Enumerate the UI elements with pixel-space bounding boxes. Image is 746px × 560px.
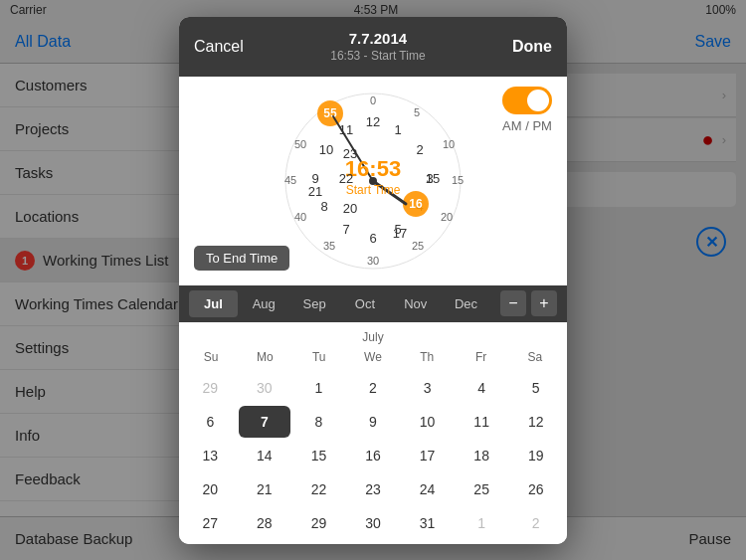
day-name-sa: Sa xyxy=(508,347,562,367)
cal-day[interactable]: 14 xyxy=(239,440,291,471)
cal-day[interactable]: 3 xyxy=(401,372,454,404)
svg-text:20: 20 xyxy=(343,201,357,216)
cal-day[interactable]: 12 xyxy=(509,406,562,438)
svg-text:21: 21 xyxy=(308,184,322,199)
svg-text:5: 5 xyxy=(414,106,420,118)
cal-day[interactable]: 26 xyxy=(509,473,562,505)
day-name-su: Su xyxy=(184,347,238,367)
month-tab-nov[interactable]: Nov xyxy=(391,290,440,317)
svg-text:20: 20 xyxy=(441,211,453,223)
cal-day[interactable]: 21 xyxy=(239,473,291,505)
cal-day[interactable]: 24 xyxy=(401,473,454,505)
calendar: July Su Mo Tu We Th Fr Sa 29 30 1 2 3 4 … xyxy=(179,322,567,544)
svg-text:6: 6 xyxy=(369,231,376,246)
cal-day[interactable]: 30 xyxy=(239,372,291,404)
calendar-month-label: July xyxy=(184,327,562,347)
svg-text:23: 23 xyxy=(343,146,357,161)
month-tab-oct[interactable]: Oct xyxy=(340,290,389,317)
cal-day[interactable]: 13 xyxy=(184,440,237,471)
day-name-tu: Tu xyxy=(292,347,346,367)
cal-day[interactable]: 2 xyxy=(347,372,400,404)
cal-day[interactable]: 11 xyxy=(456,406,508,438)
ampm-switch[interactable] xyxy=(502,87,552,114)
svg-text:45: 45 xyxy=(284,174,296,186)
month-tab-jul[interactable]: Jul xyxy=(189,290,238,317)
month-tab-dec[interactable]: Dec xyxy=(442,290,490,317)
cal-day[interactable]: 27 xyxy=(184,507,237,539)
cal-day[interactable]: 16 xyxy=(347,440,400,471)
svg-text:10: 10 xyxy=(319,142,333,157)
cal-day[interactable]: 5 xyxy=(509,372,562,404)
cal-day[interactable]: 28 xyxy=(239,507,291,539)
cal-day[interactable]: 8 xyxy=(292,406,345,438)
to-end-time-button[interactable]: To End Time xyxy=(194,246,289,271)
cal-day[interactable]: 29 xyxy=(184,372,237,404)
month-tab-aug[interactable]: Aug xyxy=(240,290,288,317)
svg-text:12: 12 xyxy=(366,114,380,129)
day-name-fr: Fr xyxy=(454,347,507,367)
svg-text:17: 17 xyxy=(393,226,407,241)
svg-text:35: 35 xyxy=(323,240,335,252)
cal-day[interactable]: 15 xyxy=(292,440,345,471)
cal-day[interactable]: 20 xyxy=(184,473,237,505)
svg-text:50: 50 xyxy=(294,138,306,150)
svg-text:Start Time: Start Time xyxy=(346,183,401,197)
cal-day[interactable]: 2 xyxy=(509,507,562,539)
modal-header: Cancel 7.7.2014 16:53 - Start Time Done xyxy=(179,17,567,77)
svg-text:22: 22 xyxy=(339,171,353,186)
cal-day[interactable]: 1 xyxy=(456,507,508,539)
day-name-mo: Mo xyxy=(238,347,291,367)
cal-day[interactable]: 17 xyxy=(401,440,454,471)
clock-area[interactable]: AM / PM 0 5 10 15 20 xyxy=(179,77,567,285)
cal-day[interactable]: 19 xyxy=(509,440,562,471)
day-name-we: We xyxy=(346,347,400,367)
month-tabs: Jul Aug Sep Oct Nov Dec − + xyxy=(179,285,567,322)
svg-text:2: 2 xyxy=(416,142,423,157)
cal-day[interactable]: 9 xyxy=(347,406,400,438)
month-next-button[interactable]: + xyxy=(531,290,557,316)
ampm-label: AM / PM xyxy=(502,118,552,133)
day-name-th: Th xyxy=(400,347,454,367)
svg-text:10: 10 xyxy=(443,138,455,150)
ampm-toggle: AM / PM xyxy=(502,87,552,133)
cal-day[interactable]: 18 xyxy=(456,440,508,471)
month-tab-sep[interactable]: Sep xyxy=(290,290,339,317)
cal-day[interactable]: 10 xyxy=(401,406,454,438)
modal-cancel-button[interactable]: Cancel xyxy=(194,38,244,56)
month-prev-button[interactable]: − xyxy=(500,290,526,316)
cal-day[interactable]: 6 xyxy=(184,406,237,438)
svg-text:7: 7 xyxy=(342,222,349,237)
svg-text:16: 16 xyxy=(409,197,423,211)
month-controls: − + xyxy=(500,290,557,316)
time-picker-modal: Cancel 7.7.2014 16:53 - Start Time Done … xyxy=(179,17,567,544)
svg-text:40: 40 xyxy=(294,211,306,223)
svg-text:30: 30 xyxy=(367,255,379,267)
cal-day[interactable]: 30 xyxy=(347,507,400,539)
cal-day[interactable]: 22 xyxy=(292,473,345,505)
cal-day[interactable]: 25 xyxy=(456,473,508,505)
month-tabs-list: Jul Aug Sep Oct Nov Dec xyxy=(189,290,490,317)
calendar-header: July Su Mo Tu We Th Fr Sa xyxy=(184,327,562,367)
calendar-grid: 29 30 1 2 3 4 5 6 7 8 9 10 11 12 13 14 1… xyxy=(184,372,562,539)
cal-day-selected[interactable]: 7 xyxy=(239,406,291,438)
svg-text:15: 15 xyxy=(452,174,464,186)
modal-done-button[interactable]: Done xyxy=(512,38,552,56)
clock-svg: 0 5 10 15 20 25 30 35 40 xyxy=(279,87,467,276)
svg-text:0: 0 xyxy=(370,94,376,106)
cal-day[interactable]: 23 xyxy=(347,473,400,505)
modal-date: 7.7.2014 xyxy=(330,30,425,47)
modal-overlay: Cancel 7.7.2014 16:53 - Start Time Done … xyxy=(0,0,746,560)
cal-day[interactable]: 4 xyxy=(456,372,508,404)
svg-text:25: 25 xyxy=(412,240,424,252)
clock-face[interactable]: 0 5 10 15 20 25 30 35 40 xyxy=(279,87,467,276)
svg-text:15: 15 xyxy=(426,171,440,186)
svg-text:8: 8 xyxy=(320,199,327,214)
cal-day[interactable]: 1 xyxy=(292,372,345,404)
cal-day[interactable]: 29 xyxy=(292,507,345,539)
cal-day[interactable]: 31 xyxy=(401,507,454,539)
svg-text:1: 1 xyxy=(394,122,401,137)
modal-title-area: 7.7.2014 16:53 - Start Time xyxy=(330,30,425,63)
modal-subtitle: 16:53 - Start Time xyxy=(330,49,425,63)
